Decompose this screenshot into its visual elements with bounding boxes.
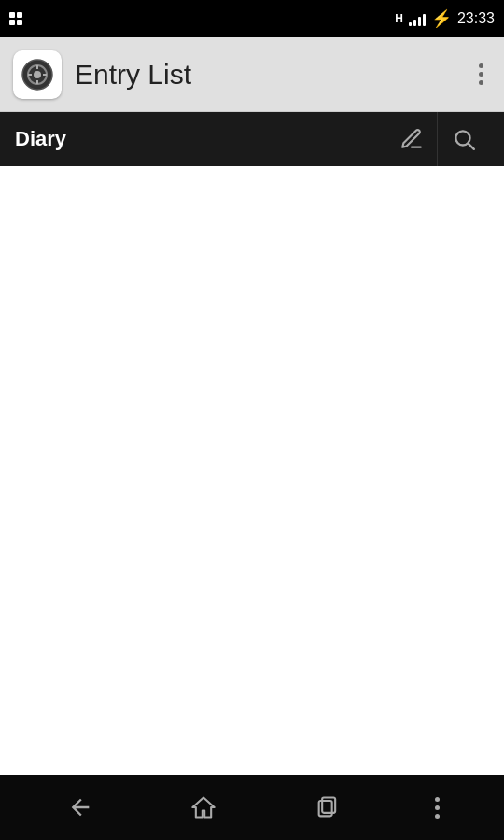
battery-icon: ⚡ <box>431 8 452 29</box>
status-bar: H ⚡ 23:33 <box>0 0 504 37</box>
overflow-dot-1 <box>479 63 483 68</box>
back-button[interactable] <box>57 784 104 831</box>
search-button[interactable] <box>437 112 489 166</box>
signal-strength-icon <box>409 11 426 26</box>
app-bar: Entry List <box>0 37 504 112</box>
overflow-dot-2 <box>479 72 483 77</box>
toolbar-actions <box>385 112 489 166</box>
content-area <box>0 166 504 775</box>
edit-button[interactable] <box>385 112 437 166</box>
app-icon-svg <box>21 58 54 91</box>
nav-overflow-dot-1 <box>435 797 440 802</box>
recents-button[interactable] <box>304 784 351 831</box>
app-bar-left: Entry List <box>13 50 191 99</box>
status-time: 23:33 <box>457 10 495 27</box>
nav-overflow-dot-2 <box>435 805 440 810</box>
overflow-dot-3 <box>479 80 483 85</box>
svg-line-8 <box>468 144 473 149</box>
nav-overflow-dot-3 <box>435 814 440 819</box>
signal-icon <box>9 12 22 25</box>
app-title: Entry List <box>75 59 191 91</box>
home-button[interactable] <box>180 784 227 831</box>
toolbar-title: Diary <box>15 127 66 151</box>
status-bar-left <box>9 12 22 25</box>
nav-bar <box>0 775 504 840</box>
svg-point-2 <box>34 71 41 78</box>
nav-overflow-button[interactable] <box>427 790 447 826</box>
toolbar: Diary <box>0 112 504 166</box>
status-bar-right: H ⚡ 23:33 <box>395 8 495 29</box>
app-icon <box>13 50 62 99</box>
overflow-menu-button[interactable] <box>471 56 491 92</box>
network-type-icon: H <box>395 12 403 25</box>
